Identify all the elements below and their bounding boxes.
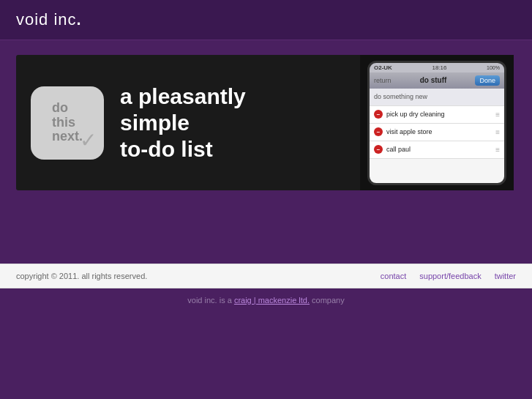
- bottom-text-suffix: company: [310, 296, 345, 305]
- delete-icon[interactable]: −: [374, 145, 383, 154]
- bottom-text-prefix: void inc. is a: [187, 296, 234, 305]
- support-link[interactable]: support/feedback: [419, 272, 481, 280]
- reorder-icon: ≡: [495, 128, 500, 136]
- phone-navbar: return do stuff Done: [370, 72, 504, 89]
- site-title: void inc.: [16, 10, 82, 29]
- phone-list-item[interactable]: − pick up dry cleaning ≡: [370, 106, 504, 124]
- reorder-icon: ≡: [495, 111, 500, 119]
- footer-links: contact support/feedback twitter: [381, 272, 516, 280]
- delete-icon[interactable]: −: [374, 110, 383, 119]
- copyright-text: copyright © 2011. all rights reserved.: [16, 272, 147, 280]
- phone-list-header-item: do something new: [370, 89, 504, 106]
- twitter-link[interactable]: twitter: [495, 272, 516, 280]
- phone-todo-list: do something new − pick up dry cleaning …: [370, 89, 504, 183]
- app-icon: dothisnext. ✓: [31, 86, 104, 160]
- phone-list-item[interactable]: − visit apple store ≡: [370, 124, 504, 141]
- footer-bar: copyright © 2011. all rights reserved. c…: [0, 264, 532, 288]
- app-tagline: a pleasantlysimpleto-do list: [120, 83, 246, 163]
- phone-back-button: return: [374, 77, 391, 84]
- phone-done-button[interactable]: Done: [475, 75, 500, 86]
- delete-icon[interactable]: −: [374, 127, 383, 136]
- reorder-icon: ≡: [495, 146, 500, 154]
- main-content: dothisnext. ✓ a pleasantlysimpleto-do li…: [0, 40, 532, 205]
- phone-list-item-text: pick up dry cleaning: [386, 111, 445, 118]
- site-title-dot: .: [77, 10, 82, 29]
- app-icon-checkmark: ✓: [80, 128, 97, 152]
- phone-list-item-text: do something new: [374, 93, 427, 100]
- phone-mockup: O2-UK 18:16 100% return do stuff Done do…: [367, 61, 506, 185]
- phone-time: 18:16: [432, 64, 446, 71]
- phone-list-item-text: visit apple store: [386, 128, 432, 135]
- site-title-text: void inc: [16, 10, 77, 29]
- phone-list-item[interactable]: − call paul ≡: [370, 141, 504, 159]
- phone-nav-title: do stuff: [420, 76, 447, 84]
- phone-battery: 100%: [487, 65, 500, 70]
- product-banner: dothisnext. ✓ a pleasantlysimpleto-do li…: [16, 55, 516, 190]
- banner-left: dothisnext. ✓ a pleasantlysimpleto-do li…: [16, 55, 360, 190]
- phone-status-bar: O2-UK 18:16 100%: [370, 63, 504, 72]
- bottom-tagline: void inc. is a craig | mackenzie ltd. co…: [0, 288, 532, 312]
- company-link[interactable]: craig | mackenzie ltd.: [234, 296, 310, 305]
- contact-link[interactable]: contact: [381, 272, 406, 280]
- site-header: void inc.: [0, 0, 532, 40]
- phone-carrier: O2-UK: [374, 64, 392, 71]
- phone-list-item-text: call paul: [386, 146, 411, 153]
- banner-right: O2-UK 18:16 100% return do stuff Done do…: [360, 55, 514, 190]
